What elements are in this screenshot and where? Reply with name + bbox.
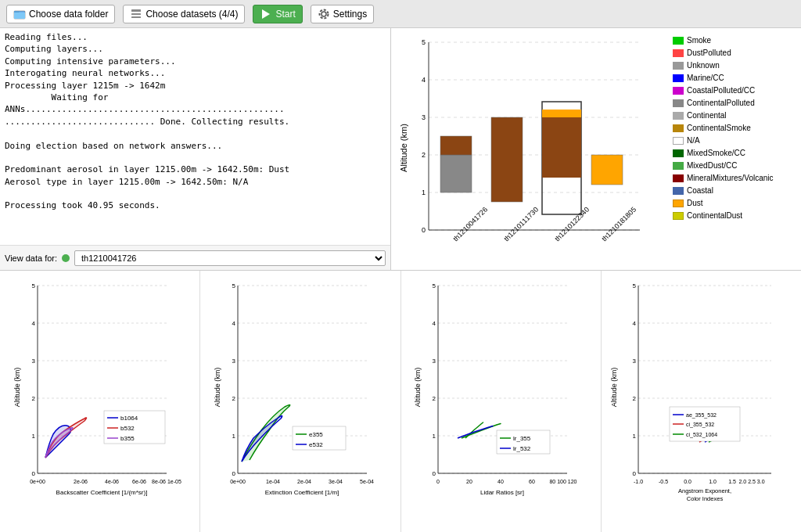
choose-datasets-button[interactable]: Choose datasets (4/4) — [123, 5, 245, 23]
bar-station4-orange — [591, 155, 623, 185]
svg-text:2: 2 — [232, 395, 235, 402]
svg-text:Backscatter Coefficient [1/(m*: Backscatter Coefficient [1/(m*sr)] — [56, 489, 147, 496]
svg-text:0e+00: 0e+00 — [230, 479, 246, 484]
legend-item: MixedDust/CC — [673, 160, 795, 172]
svg-text:5: 5 — [633, 282, 637, 289]
legend-item: Unknown — [673, 59, 795, 72]
svg-text:lr_355: lr_355 — [513, 435, 531, 442]
svg-marker-4 — [262, 9, 270, 19]
toolbar: Choose data folder Choose datasets (4/4)… — [0, 0, 801, 28]
folder-icon — [13, 8, 26, 20]
svg-point-5 — [321, 12, 326, 16]
svg-text:6e-06: 6e-06 — [132, 479, 146, 484]
svg-text:e355: e355 — [309, 431, 323, 438]
svg-text:3: 3 — [633, 358, 637, 365]
extinction-chart: Altitude (km) 5 4 3 2 1 0 0e+00 1e-04 2e… — [200, 271, 400, 532]
view-data-select[interactable]: th1210041726 th1210111730 th1210122340 t… — [74, 250, 386, 266]
svg-text:1e-04: 1e-04 — [266, 479, 280, 484]
svg-text:0: 0 — [436, 479, 440, 484]
svg-text:3: 3 — [232, 358, 235, 365]
bar-station1-grey — [440, 155, 472, 192]
svg-text:4: 4 — [633, 320, 637, 327]
legend-item: MixedSmoke/CC — [673, 147, 795, 160]
xlabel1: th1210041726 — [451, 206, 489, 243]
svg-text:b1064: b1064 — [120, 415, 138, 422]
bar-station3-orange — [542, 110, 581, 117]
legend-item: Continental — [673, 110, 795, 122]
svg-text:3: 3 — [31, 358, 35, 365]
svg-text:5e-04: 5e-04 — [360, 479, 374, 484]
legend-area: Smoke DustPolluted Unknown Marine/CC Coa… — [670, 34, 795, 264]
svg-text:0e+00: 0e+00 — [30, 479, 45, 484]
svg-text:-0.5: -0.5 — [659, 479, 668, 484]
svg-text:4: 4 — [31, 320, 35, 327]
bar-station3-brown2 — [542, 155, 581, 178]
svg-rect-3 — [131, 16, 141, 18]
svg-text:Color Indexes: Color Indexes — [687, 495, 724, 502]
svg-text:5: 5 — [232, 282, 235, 289]
svg-text:4: 4 — [232, 320, 235, 327]
svg-text:b532: b532 — [120, 425, 135, 432]
svg-text:4: 4 — [433, 320, 436, 327]
svg-text:20: 20 — [466, 479, 472, 484]
svg-text:2: 2 — [31, 395, 35, 402]
bottom-section: Altitude (km) 5 4 3 2 1 0 0e+00 2e-06 — [0, 271, 801, 532]
legend-item: MineralMixtures/Volcanic — [673, 172, 795, 185]
settings-button[interactable]: Settings — [311, 5, 374, 23]
view-data-row: View data for: th1210041726 th1210111730… — [0, 245, 390, 270]
svg-text:b355: b355 — [120, 435, 135, 442]
svg-text:2: 2 — [433, 395, 436, 402]
svg-text:2e-04: 2e-04 — [297, 479, 311, 484]
svg-text:-1.0: -1.0 — [634, 479, 643, 484]
svg-text:2: 2 — [633, 395, 637, 402]
bar-station1-brown — [440, 136, 472, 155]
angstrom-svg: Altitude (km) 5 4 3 2 1 0 -1.0 -0.5 0.0 — [607, 274, 795, 501]
svg-text:1.0: 1.0 — [709, 479, 717, 484]
legend-item: N/A — [673, 135, 795, 147]
svg-text:3e-04: 3e-04 — [329, 479, 343, 484]
bar-station2-brown — [491, 117, 523, 202]
svg-text:1.5: 1.5 — [729, 479, 737, 484]
svg-text:0: 0 — [422, 226, 426, 234]
xlabel4: th1210181805 — [600, 206, 638, 243]
svg-text:Altitude (km): Altitude (km) — [13, 368, 21, 408]
svg-text:ci_355_532: ci_355_532 — [686, 422, 714, 428]
svg-text:Angstrom Exponent,: Angstrom Exponent, — [678, 487, 731, 494]
svg-text:Lidar Ratios [sr]: Lidar Ratios [sr] — [480, 489, 524, 496]
svg-text:ae_355_532: ae_355_532 — [686, 412, 717, 419]
svg-text:lr_532: lr_532 — [513, 445, 531, 452]
svg-text:60: 60 — [529, 479, 535, 484]
legend-item: Smoke — [673, 34, 795, 47]
legend-item: ContinentalDust — [673, 210, 795, 222]
start-button[interactable]: Start — [253, 5, 302, 23]
svg-text:4e-06: 4e-06 — [105, 479, 119, 484]
svg-text:2.0 2.5 3.0: 2.0 2.5 3.0 — [739, 479, 765, 484]
legend-item: ContinentalSmoke — [673, 122, 795, 135]
lidar-chart: Altitude (km) 5 4 3 2 1 0 0 20 40 60 80 — [401, 271, 602, 532]
svg-text:1: 1 — [31, 433, 35, 440]
svg-text:Altitude (km): Altitude (km) — [610, 368, 618, 408]
legend-item: CoastalPolluted/CC — [673, 84, 795, 97]
svg-text:8e-06 1e-05: 8e-06 1e-05 — [152, 479, 181, 484]
y-axis-label: Altitude (km) — [399, 124, 408, 172]
console-output[interactable]: Reading files... Computing layers... Com… — [0, 28, 390, 245]
legend-item: Coastal — [673, 185, 795, 197]
datasets-icon — [130, 8, 142, 20]
svg-text:3: 3 — [422, 113, 426, 121]
svg-text:Altitude (km): Altitude (km) — [414, 368, 422, 408]
svg-text:0.0: 0.0 — [684, 479, 692, 484]
svg-text:0: 0 — [633, 470, 637, 477]
svg-text:2e-06: 2e-06 — [74, 479, 88, 484]
xlabel2: th1210111730 — [502, 206, 540, 243]
svg-text:5: 5 — [31, 282, 35, 289]
svg-text:0: 0 — [232, 470, 235, 477]
svg-text:5: 5 — [433, 282, 436, 289]
backscatter-svg: Altitude (km) 5 4 3 2 1 0 0e+00 2e-06 — [10, 274, 190, 501]
choose-folder-button[interactable]: Choose data folder — [6, 5, 115, 23]
svg-text:1: 1 — [232, 433, 235, 440]
legend-item: Dust — [673, 197, 795, 210]
svg-point-6 — [319, 9, 328, 18]
svg-text:1: 1 — [422, 189, 426, 196]
main-content: Reading files... Computing layers... Com… — [0, 28, 801, 532]
svg-text:2: 2 — [422, 151, 426, 159]
